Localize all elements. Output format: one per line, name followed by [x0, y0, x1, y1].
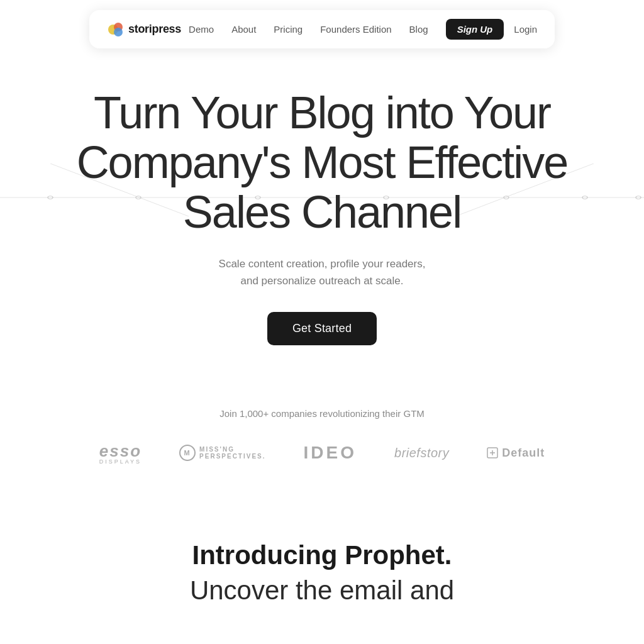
hero-content: Turn Your Blog into Your Company's Most …: [0, 88, 644, 345]
nav-pricing[interactable]: Pricing: [274, 24, 303, 35]
hero-subtitle: Scale content creation, profile your rea…: [0, 255, 644, 289]
nav-about[interactable]: About: [231, 24, 256, 35]
social-proof-section: Join 1,000+ companies revolutionizing th…: [0, 370, 644, 490]
logo-default: Default: [487, 447, 545, 460]
default-logo-icon: [487, 447, 498, 458]
introducing-subtitle: Uncover the email and: [25, 575, 619, 606]
social-proof-text: Join 1,000+ companies revolutionizing th…: [0, 408, 644, 419]
logo-link[interactable]: storipress: [107, 21, 181, 38]
hero-section: Turn Your Blog into Your Company's Most …: [0, 0, 644, 370]
nav-demo[interactable]: Demo: [189, 24, 214, 35]
logo-icon: [107, 21, 125, 38]
hero-title: Turn Your Blog into Your Company's Most …: [70, 88, 574, 238]
navbar: storipress Demo About Pricing Founders E…: [89, 10, 555, 48]
nav-links: Demo About Pricing Founders Edition Blog: [189, 24, 428, 35]
logo-missing-perspectives: M MISS'NG PERSPECTIVES.: [179, 445, 265, 461]
logo-esso: essoDISPLAYS: [99, 441, 142, 465]
missing-m-circle: M: [179, 445, 196, 461]
introducing-section: Introducing Prophet. Uncover the email a…: [0, 490, 644, 631]
login-button[interactable]: Login: [514, 24, 537, 35]
logos-row: essoDISPLAYS M MISS'NG PERSPECTIVES. IDE…: [0, 441, 644, 465]
nav-auth: Sign Up Login: [446, 19, 537, 40]
logo-briefstory: briefstory: [394, 446, 449, 460]
get-started-button[interactable]: Get Started: [267, 312, 377, 345]
nav-blog[interactable]: Blog: [409, 24, 428, 35]
logo-ideo: IDEO: [304, 443, 357, 463]
signup-button[interactable]: Sign Up: [446, 19, 504, 40]
svg-point-2: [114, 28, 123, 36]
introducing-title: Introducing Prophet.: [25, 540, 619, 570]
logo-text: storipress: [128, 23, 181, 36]
nav-founders[interactable]: Founders Edition: [320, 24, 391, 35]
